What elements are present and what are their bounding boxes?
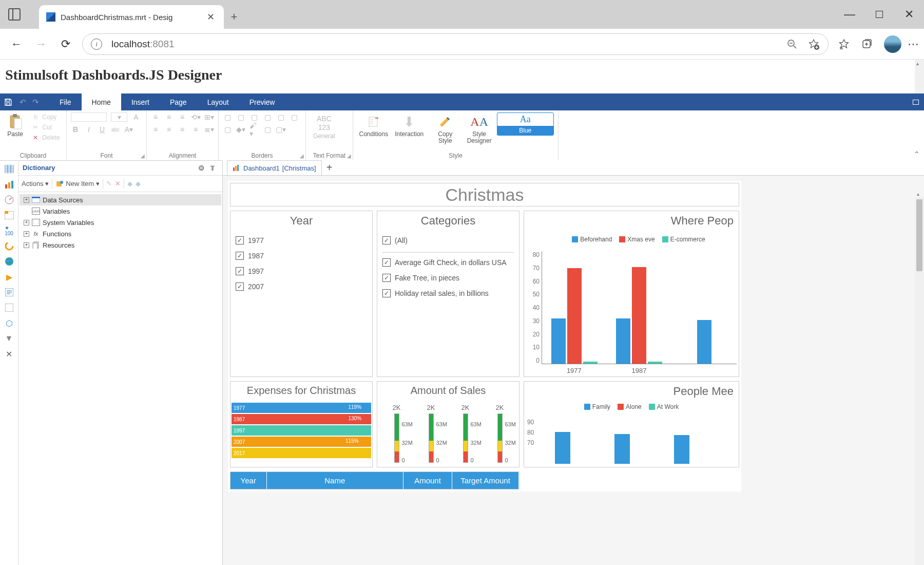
zoom-icon[interactable] [786,38,798,50]
collections-icon[interactable] [860,38,873,50]
window-close-button[interactable]: ✕ [894,0,924,29]
tab-close-button[interactable]: ✕ [205,9,217,25]
forward-button[interactable]: → [29,32,53,56]
url-host: localhost [111,39,150,50]
window-maximize-button[interactable] [864,0,894,29]
svg-line-1 [794,46,796,48]
url-port: :8081 [150,39,175,50]
site-info-icon[interactable]: i [91,39,102,50]
favicon [46,12,55,22]
browser-toolbar: ← → ⟳ i localhost:8081 ⋯ [0,29,924,60]
new-tab-button[interactable]: + [224,5,244,29]
browser-titlebar: DashboardChristmas.mrt - Desig ✕ + — ✕ [0,0,924,29]
favorites-icon[interactable] [838,38,850,50]
browser-tab[interactable]: DashboardChristmas.mrt - Desig ✕ [39,5,224,29]
back-button[interactable]: ← [4,32,29,56]
window-tab-overview[interactable] [0,0,29,29]
favorites-add-icon[interactable] [807,38,820,50]
tab-title: DashboardChristmas.mrt - Desig [61,13,205,22]
more-menu-button[interactable]: ⋯ [908,38,920,50]
window-minimize-button[interactable]: — [835,0,864,29]
address-bar[interactable]: i localhost:8081 [82,33,829,55]
profile-avatar[interactable] [884,35,901,53]
refresh-button[interactable]: ⟳ [53,32,78,56]
